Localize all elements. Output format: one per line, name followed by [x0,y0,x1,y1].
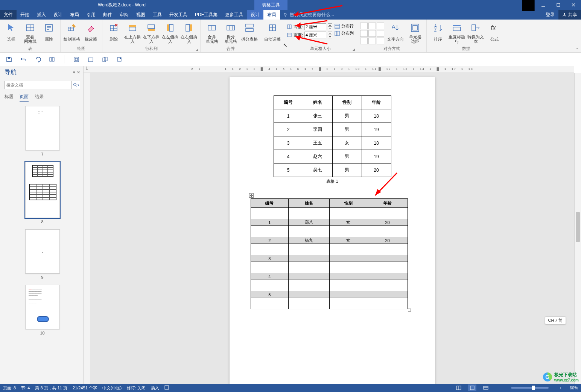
table-move-handle[interactable]: ✥ [249,193,254,198]
insert-left-button[interactable]: 在左侧插入 [162,21,178,44]
view-read-mode[interactable] [455,384,463,391]
tab-view[interactable]: 视图 [132,10,149,20]
tab-table-layout[interactable]: 布局 [263,10,280,20]
zoom-slider[interactable] [511,387,549,389]
split-table-button[interactable]: 拆分表格 [241,21,258,44]
table-resize-handle[interactable] [408,309,411,312]
status-insert-mode[interactable]: 插入 [151,385,159,391]
autofit-button[interactable]: 自动调整 [264,21,281,44]
repeat-header-button[interactable]: 重复标题行 [449,21,465,44]
zoom-out-button[interactable]: − [495,384,503,391]
vertical-ruler[interactable] [84,73,90,384]
height-down[interactable]: ▼ [328,27,332,30]
delete-button[interactable]: 删除 [105,21,122,44]
cell-margins-button[interactable]: 单元格 边距 [407,21,423,44]
view-web-layout[interactable] [482,384,490,391]
view-gridlines-button[interactable]: 查看 网格线 [22,21,38,44]
height-up[interactable]: ▲ [328,23,332,27]
insert-below-button[interactable]: 在下方插入 [143,21,160,44]
select-button[interactable]: 选择 [3,21,20,44]
tab-table-design[interactable]: 设计 [247,10,263,20]
split-cells-button[interactable]: 拆分 单元格 [222,21,239,44]
scrollbar-thumb[interactable] [576,212,580,242]
properties-button[interactable]: 属性 [41,21,57,44]
vertical-scrollbar[interactable] [574,73,581,384]
nav-search-input[interactable] [5,81,72,89]
status-language[interactable]: 中文(中国) [102,385,122,391]
qat-btn-6[interactable] [87,56,94,63]
tell-me-search[interactable]: 告诉我您想要做什么... [280,10,337,20]
nav-search-button[interactable]: ▾ [72,81,80,89]
distribute-cols-button[interactable]: 分布列 [335,30,354,36]
thumb-page-8[interactable]: 8 [25,162,60,224]
login-button[interactable]: 登录 [542,10,558,20]
table-1[interactable]: 编号 姓名 性别 年龄 1张三男18 2李四男19 3王五女18 4赵六男19 … [274,95,391,177]
close-button[interactable] [566,0,581,10]
dialog-launcher-cell-size[interactable]: ◢ [352,48,356,51]
zoom-level[interactable]: 60% [570,386,578,390]
formula-button[interactable]: fx 公式 [486,21,503,44]
tab-file[interactable]: 文件 [0,10,17,20]
distribute-rows-button[interactable]: 分布行 [335,23,354,29]
tab-layout[interactable]: 布局 [66,10,83,20]
sort-button[interactable]: AZ 排序 [430,21,446,44]
tab-review[interactable]: 审阅 [116,10,132,20]
horizontal-ruler[interactable]: · 2 · 1 · · 1 · 1 · 2 · 1 · 3 · ▓ · 4 · … [90,66,574,73]
qat-btn-8[interactable] [116,56,123,63]
redo-button[interactable] [34,56,41,63]
height-input[interactable] [304,23,326,30]
status-section[interactable]: 节: 4 [21,385,30,391]
merge-cells-button[interactable]: 合并 单元格 [204,21,220,44]
nav-tab-headings[interactable]: 标题 [5,94,14,102]
width-up[interactable]: ▲ [328,32,332,35]
thumb-page-10[interactable]: ━━━━ ━━━━━━━━━━━━━━━━━━━━━━━━━━━━━━━━━━━… [25,285,60,335]
save-button[interactable] [5,56,13,63]
minimize-button[interactable] [536,0,551,10]
view-print-layout[interactable] [468,384,476,391]
tab-pdf[interactable]: PDF工具集 [191,10,221,20]
status-page[interactable]: 页面: 8 [3,385,16,391]
ruler-corner[interactable]: L [84,66,90,73]
thumb-page-9[interactable]: - 9 [25,229,60,280]
nav-tab-results[interactable]: 结果 [35,94,44,102]
tab-developer[interactable]: 开发工具 [166,10,191,20]
qat-btn-5[interactable] [73,56,80,63]
undo-button[interactable] [20,56,27,63]
text-direction-button[interactable]: A 文字方向 [387,21,404,44]
ribbon-options-icon[interactable] [521,0,536,10]
tab-mailings[interactable]: 邮件 [99,10,116,20]
collapse-ribbon-button[interactable]: ⌃ [576,47,579,51]
alignment-grid[interactable] [360,21,384,44]
qat-btn-7[interactable] [101,56,109,63]
eraser-button[interactable]: 橡皮擦 [82,21,99,44]
status-track-changes[interactable]: 修订: 关闭 [127,385,146,391]
nav-tab-pages[interactable]: 页面 [20,94,29,102]
width-input[interactable] [304,32,326,38]
ime-badge[interactable]: CH ♪ 简 [545,316,566,324]
nav-close-button[interactable]: ✕ [77,70,80,75]
tab-references[interactable]: 引用 [83,10,99,20]
thumb-page-7[interactable]: ∙∙∙∙∙∙∙∙ 7 [25,106,60,156]
zoom-in-button[interactable]: + [556,384,564,391]
draw-table-button[interactable]: 绘制表格 [64,21,80,44]
tab-tools[interactable]: 工具 [149,10,166,20]
document-area[interactable]: 编号 姓名 性别 年龄 1张三男18 2李四男19 3王五女18 4赵六男19 … [90,73,574,384]
insert-above-button[interactable]: 在上方插入 [124,21,141,44]
tab-more[interactable]: 更多工具 [221,10,247,20]
status-macro-icon[interactable] [164,385,169,390]
qat-btn-4[interactable] [48,56,56,63]
share-button[interactable]: 共享 [558,10,581,20]
restore-button[interactable] [551,0,566,10]
convert-to-text-button[interactable]: 转换为文本 [467,21,484,44]
nav-dropdown-icon[interactable]: ▾ [73,70,75,75]
tab-design[interactable]: 设计 [50,10,66,20]
tab-insert[interactable]: 插入 [33,10,50,20]
status-page-of[interactable]: 第 8 页，共 11 页 [35,385,67,391]
table-caption: 表格 1 [251,179,414,184]
width-down[interactable]: ▼ [328,35,332,38]
tab-home[interactable]: 开始 [17,10,33,20]
dialog-launcher-rows-cols[interactable]: ◢ [196,48,199,51]
insert-right-button[interactable]: 在右侧插入 [181,21,197,44]
table-2[interactable]: 编号姓名性别年龄 1郑八女20 2杨九女20 3 4 5 [251,198,408,309]
status-word-count[interactable]: 21/2451 个字 [73,385,97,391]
